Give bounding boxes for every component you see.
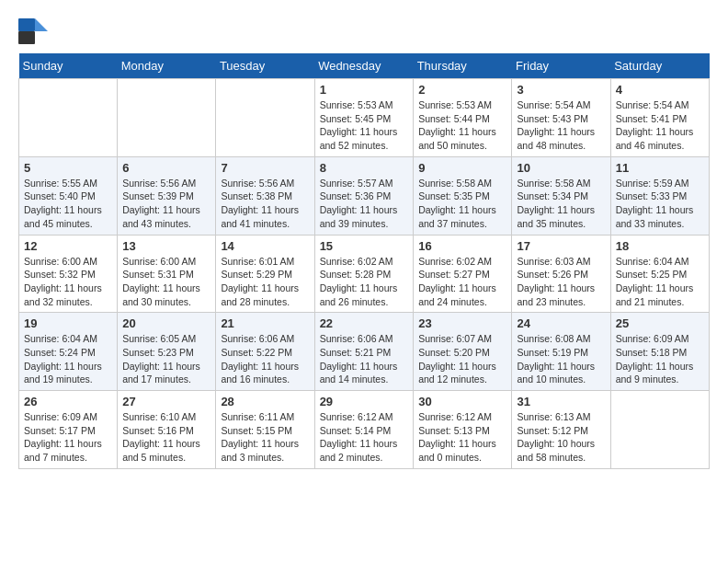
calendar-cell: 13Sunrise: 6:00 AM Sunset: 5:31 PM Dayli… [118, 235, 216, 313]
day-number: 27 [122, 395, 210, 408]
calendar-cell [216, 79, 314, 157]
day-info: Sunrise: 5:55 AM Sunset: 5:40 PM Dayligh… [24, 177, 112, 231]
day-info: Sunrise: 5:59 AM Sunset: 5:33 PM Dayligh… [616, 177, 704, 231]
day-number: 21 [221, 316, 309, 330]
calendar-week-row: 26Sunrise: 6:09 AM Sunset: 5:17 PM Dayli… [19, 391, 710, 469]
calendar-cell [610, 391, 709, 469]
day-info: Sunrise: 6:03 AM Sunset: 5:26 PM Dayligh… [517, 255, 605, 309]
day-number: 14 [221, 239, 309, 253]
svg-marker-2 [35, 18, 48, 31]
calendar-week-row: 12Sunrise: 6:00 AM Sunset: 5:32 PM Dayli… [19, 235, 710, 313]
day-number: 2 [418, 83, 506, 97]
day-number: 31 [517, 395, 605, 408]
calendar: SundayMondayTuesdayWednesdayThursdayFrid… [18, 53, 710, 469]
day-info: Sunrise: 5:53 AM Sunset: 5:45 PM Dayligh… [320, 98, 409, 153]
day-number: 29 [320, 395, 409, 408]
calendar-cell: 2Sunrise: 5:53 AM Sunset: 5:44 PM Daylig… [414, 79, 512, 157]
day-info: Sunrise: 6:10 AM Sunset: 5:16 PM Dayligh… [122, 410, 210, 465]
calendar-week-row: 1Sunrise: 5:53 AM Sunset: 5:45 PM Daylig… [19, 79, 710, 157]
weekday-header: Saturday [610, 53, 709, 79]
day-info: Sunrise: 6:00 AM Sunset: 5:32 PM Dayligh… [24, 255, 112, 309]
day-info: Sunrise: 6:09 AM Sunset: 5:17 PM Dayligh… [24, 410, 112, 465]
day-number: 1 [320, 83, 409, 97]
day-number: 18 [616, 239, 704, 253]
weekday-header: Thursday [414, 53, 512, 79]
day-info: Sunrise: 6:04 AM Sunset: 5:24 PM Dayligh… [24, 332, 112, 386]
calendar-cell: 3Sunrise: 5:54 AM Sunset: 5:43 PM Daylig… [512, 79, 610, 157]
day-info: Sunrise: 5:56 AM Sunset: 5:39 PM Dayligh… [122, 177, 210, 231]
day-number: 25 [616, 316, 704, 330]
weekday-header: Tuesday [216, 53, 314, 79]
calendar-cell: 8Sunrise: 5:57 AM Sunset: 5:36 PM Daylig… [314, 156, 414, 235]
calendar-cell: 27Sunrise: 6:10 AM Sunset: 5:16 PM Dayli… [118, 391, 216, 469]
day-number: 3 [517, 83, 605, 97]
day-number: 6 [122, 161, 210, 175]
day-info: Sunrise: 6:02 AM Sunset: 5:27 PM Dayligh… [418, 255, 506, 309]
calendar-cell: 30Sunrise: 6:12 AM Sunset: 5:13 PM Dayli… [414, 391, 512, 469]
day-info: Sunrise: 5:56 AM Sunset: 5:38 PM Dayligh… [221, 177, 309, 231]
day-info: Sunrise: 6:06 AM Sunset: 5:21 PM Dayligh… [320, 332, 409, 386]
day-number: 16 [418, 239, 506, 253]
day-number: 26 [24, 395, 112, 408]
calendar-cell: 6Sunrise: 5:56 AM Sunset: 5:39 PM Daylig… [118, 156, 216, 235]
day-number: 7 [221, 161, 309, 175]
day-info: Sunrise: 5:54 AM Sunset: 5:41 PM Dayligh… [616, 98, 704, 153]
calendar-cell: 26Sunrise: 6:09 AM Sunset: 5:17 PM Dayli… [19, 391, 118, 469]
day-info: Sunrise: 5:58 AM Sunset: 5:35 PM Dayligh… [418, 177, 506, 231]
day-info: Sunrise: 6:13 AM Sunset: 5:12 PM Dayligh… [517, 410, 605, 465]
calendar-cell: 23Sunrise: 6:07 AM Sunset: 5:20 PM Dayli… [414, 313, 512, 391]
day-info: Sunrise: 5:57 AM Sunset: 5:36 PM Dayligh… [320, 177, 409, 231]
weekday-header: Monday [118, 53, 216, 79]
calendar-cell: 29Sunrise: 6:12 AM Sunset: 5:14 PM Dayli… [314, 391, 414, 469]
calendar-cell [19, 79, 118, 157]
day-number: 17 [517, 239, 605, 253]
day-info: Sunrise: 6:08 AM Sunset: 5:19 PM Dayligh… [517, 332, 605, 386]
calendar-cell: 9Sunrise: 5:58 AM Sunset: 5:35 PM Daylig… [414, 156, 512, 235]
day-info: Sunrise: 6:01 AM Sunset: 5:29 PM Dayligh… [221, 255, 309, 309]
calendar-cell: 25Sunrise: 6:09 AM Sunset: 5:18 PM Dayli… [610, 313, 709, 391]
weekday-header: Friday [512, 53, 610, 79]
day-info: Sunrise: 6:02 AM Sunset: 5:28 PM Dayligh… [320, 255, 409, 309]
day-number: 8 [320, 161, 409, 175]
day-info: Sunrise: 6:05 AM Sunset: 5:23 PM Dayligh… [122, 332, 210, 386]
calendar-cell: 18Sunrise: 6:04 AM Sunset: 5:25 PM Dayli… [610, 235, 709, 313]
day-number: 19 [24, 316, 112, 330]
calendar-cell: 7Sunrise: 5:56 AM Sunset: 5:38 PM Daylig… [216, 156, 314, 235]
day-info: Sunrise: 6:00 AM Sunset: 5:31 PM Dayligh… [122, 255, 210, 309]
weekday-header: Wednesday [314, 53, 414, 79]
calendar-cell: 5Sunrise: 5:55 AM Sunset: 5:40 PM Daylig… [19, 156, 118, 235]
calendar-cell: 31Sunrise: 6:13 AM Sunset: 5:12 PM Dayli… [512, 391, 610, 469]
calendar-cell [118, 79, 216, 157]
day-number: 4 [616, 83, 704, 97]
calendar-header-row: SundayMondayTuesdayWednesdayThursdayFrid… [19, 53, 710, 79]
day-number: 20 [122, 316, 210, 330]
day-info: Sunrise: 6:04 AM Sunset: 5:25 PM Dayligh… [616, 255, 704, 309]
day-number: 24 [517, 316, 605, 330]
day-info: Sunrise: 6:12 AM Sunset: 5:13 PM Dayligh… [418, 410, 506, 465]
day-number: 12 [24, 239, 112, 253]
day-info: Sunrise: 6:07 AM Sunset: 5:20 PM Dayligh… [418, 332, 506, 386]
calendar-cell: 14Sunrise: 6:01 AM Sunset: 5:29 PM Dayli… [216, 235, 314, 313]
page-header [18, 18, 710, 44]
calendar-cell: 22Sunrise: 6:06 AM Sunset: 5:21 PM Dayli… [314, 313, 414, 391]
calendar-week-row: 19Sunrise: 6:04 AM Sunset: 5:24 PM Dayli… [19, 313, 710, 391]
day-number: 5 [24, 161, 112, 175]
day-number: 23 [418, 316, 506, 330]
day-info: Sunrise: 6:12 AM Sunset: 5:14 PM Dayligh… [320, 410, 409, 465]
day-number: 15 [320, 239, 409, 253]
svg-rect-0 [18, 18, 35, 31]
calendar-cell: 21Sunrise: 6:06 AM Sunset: 5:22 PM Dayli… [216, 313, 314, 391]
logo [18, 18, 50, 44]
day-number: 28 [221, 395, 309, 408]
calendar-cell: 28Sunrise: 6:11 AM Sunset: 5:15 PM Dayli… [216, 391, 314, 469]
calendar-cell: 10Sunrise: 5:58 AM Sunset: 5:34 PM Dayli… [512, 156, 610, 235]
day-info: Sunrise: 5:54 AM Sunset: 5:43 PM Dayligh… [517, 98, 605, 153]
calendar-cell: 1Sunrise: 5:53 AM Sunset: 5:45 PM Daylig… [314, 79, 414, 157]
day-number: 22 [320, 316, 409, 330]
calendar-cell: 12Sunrise: 6:00 AM Sunset: 5:32 PM Dayli… [19, 235, 118, 313]
logo-icon [18, 18, 48, 44]
day-info: Sunrise: 5:58 AM Sunset: 5:34 PM Dayligh… [517, 177, 605, 231]
day-number: 10 [517, 161, 605, 175]
calendar-cell: 16Sunrise: 6:02 AM Sunset: 5:27 PM Dayli… [414, 235, 512, 313]
calendar-cell: 24Sunrise: 6:08 AM Sunset: 5:19 PM Dayli… [512, 313, 610, 391]
